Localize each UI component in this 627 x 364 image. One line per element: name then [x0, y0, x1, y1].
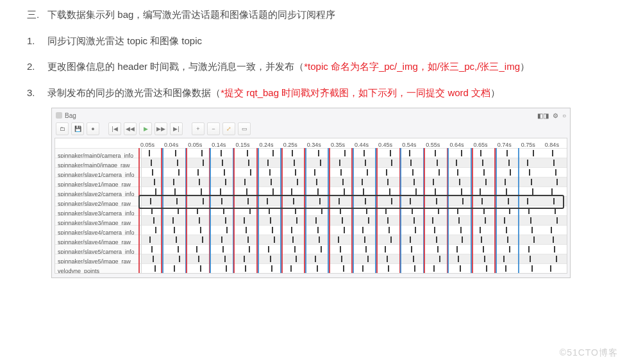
- window-titlebar: Bag ◧◨ ⚙ ○: [53, 110, 569, 121]
- time-label: 0.25s: [281, 138, 305, 148]
- step-back-button[interactable]: |◀: [108, 122, 121, 135]
- step-1-text: 同步订阅激光雷达 topic 和图像 topic: [47, 35, 202, 46]
- message-tick: [509, 246, 510, 252]
- step-2-note-red: *topic 命名为名字_pc/_img，如/张三_pc,/张三_img: [304, 61, 520, 72]
- message-tick: [458, 256, 459, 262]
- message-tick: [320, 160, 321, 166]
- topic-track[interactable]: [142, 244, 567, 254]
- rewind-button[interactable]: ◀◀: [124, 122, 137, 135]
- message-tick: [295, 208, 296, 214]
- timeline-panel[interactable]: 0.05s0.04s0.05s0.14s0.15s0.24s0.25s0.34s…: [54, 138, 567, 274]
- watermark: ©51CTO博客: [560, 347, 618, 359]
- record-button[interactable]: ●: [87, 122, 99, 135]
- zoom-in-button[interactable]: +: [192, 122, 205, 135]
- message-tick: [553, 160, 555, 166]
- message-tick: [339, 160, 340, 166]
- message-tick: [244, 179, 246, 185]
- message-tick: [506, 150, 508, 156]
- message-tick: [365, 246, 367, 252]
- message-tick: [201, 188, 202, 195]
- message-tick: [483, 208, 485, 214]
- message-tick: [151, 208, 153, 214]
- message-tick: [340, 246, 341, 252]
- topic-track[interactable]: [142, 254, 567, 263]
- topic-track[interactable]: [142, 158, 567, 167]
- message-tick: [178, 208, 179, 214]
- message-tick: [176, 236, 177, 243]
- message-tick: [244, 256, 245, 262]
- message-tick: [198, 256, 199, 262]
- zoom-out-button[interactable]: −: [207, 122, 220, 135]
- message-tick: [221, 150, 222, 156]
- topic-row: spinnaker/slave5/image_raw: [55, 254, 567, 263]
- settings-icon[interactable]: ⚙: [553, 108, 558, 123]
- thumbs-button[interactable]: ▭: [238, 122, 251, 135]
- message-tick: [387, 256, 388, 262]
- step-2: 2. 更改图像信息的 header 时间戳，与激光消息一致，并发布（*topic…: [27, 56, 600, 78]
- message-tick: [250, 169, 251, 176]
- close-icon[interactable]: ○: [562, 108, 566, 123]
- message-tick: [551, 188, 553, 195]
- message-tick: [438, 208, 439, 214]
- message-tick: [436, 198, 437, 204]
- message-tick: [367, 256, 369, 262]
- fast-forward-button[interactable]: ▶▶: [155, 122, 167, 135]
- topic-track[interactable]: [142, 186, 567, 196]
- topic-track[interactable]: [142, 263, 567, 273]
- message-tick: [390, 150, 391, 156]
- message-tick: [457, 169, 458, 176]
- message-tick: [344, 227, 345, 233]
- message-tick: [456, 246, 458, 252]
- topic-track[interactable]: [142, 167, 567, 177]
- message-tick: [151, 246, 153, 252]
- message-tick: [362, 227, 364, 233]
- topic-track[interactable]: [142, 196, 567, 206]
- message-tick: [505, 265, 506, 272]
- message-tick: [149, 236, 151, 243]
- topic-track[interactable]: [142, 177, 567, 186]
- message-tick: [295, 169, 296, 176]
- topic-track[interactable]: [142, 225, 567, 235]
- topic-label: spinnaker/slave2/camera_info: [55, 186, 142, 196]
- time-ruler: 0.05s0.04s0.05s0.14s0.15s0.24s0.25s0.34s…: [138, 138, 567, 148]
- message-tick: [222, 246, 224, 252]
- message-tick: [362, 179, 363, 185]
- topic-track[interactable]: [142, 206, 567, 215]
- message-tick: [267, 160, 269, 166]
- message-tick: [485, 217, 486, 224]
- time-label: 0.05s: [186, 138, 210, 148]
- dock-icon[interactable]: ◧◨: [537, 108, 549, 123]
- message-tick: [414, 179, 415, 185]
- message-tick: [150, 198, 151, 204]
- topic-track[interactable]: [142, 215, 567, 225]
- message-tick: [457, 208, 458, 214]
- message-tick: [462, 198, 464, 204]
- message-tick: [434, 227, 435, 233]
- play-button[interactable]: ▶: [139, 122, 152, 135]
- message-tick: [247, 236, 249, 243]
- topic-track[interactable]: [142, 235, 567, 244]
- message-tick: [410, 160, 412, 166]
- message-tick: [364, 236, 365, 243]
- message-tick: [391, 160, 392, 166]
- message-tick: [531, 265, 533, 272]
- message-tick: [340, 208, 341, 214]
- message-tick: [176, 198, 178, 204]
- message-tick: [412, 169, 414, 176]
- message-tick: [319, 236, 320, 243]
- topic-label: spinnaker/slave3/camera_info: [55, 206, 142, 215]
- message-tick: [293, 198, 294, 204]
- open-file-button[interactable]: 🗀: [56, 122, 69, 135]
- message-tick: [196, 246, 197, 252]
- message-tick: [433, 265, 435, 272]
- step-2-number: 2.: [27, 56, 45, 78]
- topic-row: spinnaker/slave2/camera_info: [55, 186, 567, 196]
- message-tick: [556, 256, 557, 262]
- zoom-fit-button[interactable]: ⤢: [222, 122, 235, 135]
- message-tick: [484, 256, 485, 262]
- save-button[interactable]: 💾: [71, 122, 84, 135]
- topic-track[interactable]: [142, 148, 567, 158]
- step-forward-button[interactable]: ▶|: [170, 122, 183, 135]
- message-tick: [175, 150, 176, 156]
- topic-row: spinnaker/slave4/camera_info: [55, 225, 567, 235]
